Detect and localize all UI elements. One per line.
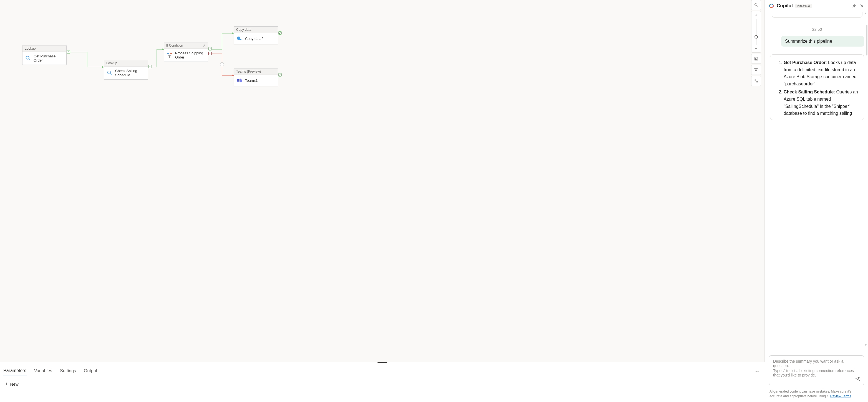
copilot-header: Copilot PREVIEW bbox=[765, 0, 868, 12]
pin-icon[interactable] bbox=[851, 3, 857, 9]
node-header: Lookup bbox=[104, 60, 148, 67]
copilot-footer: AI-generated content can have mistakes. … bbox=[765, 389, 868, 402]
node-get-purchase-order[interactable]: Lookup Get Purchase Order bbox=[22, 45, 67, 65]
input-placeholder-line1: Describe the summary you want or ask a q… bbox=[773, 359, 844, 368]
zoom-to-fit-button[interactable] bbox=[751, 54, 761, 64]
svg-rect-15 bbox=[755, 58, 757, 59]
node-type: Copy data bbox=[236, 28, 251, 32]
node-type: If Condition bbox=[166, 43, 183, 47]
status-success-icon: ✓ bbox=[278, 73, 282, 76]
node-header: Teams (Preview) bbox=[234, 68, 278, 75]
pipeline-canvas[interactable]: Lookup Get Purchase Order ✓ Lookup Check… bbox=[0, 0, 765, 362]
node-label: Copy data2 bbox=[245, 37, 264, 41]
node-type: Lookup bbox=[25, 46, 35, 51]
svg-rect-18 bbox=[755, 70, 756, 71]
lookup-icon bbox=[25, 55, 31, 62]
tab-variables[interactable]: Variables bbox=[34, 367, 53, 375]
tab-output[interactable]: Output bbox=[83, 367, 98, 375]
svg-point-5 bbox=[170, 53, 172, 55]
review-terms-link[interactable]: Review Terms bbox=[830, 394, 851, 398]
scrollbar-thumb[interactable] bbox=[866, 25, 867, 56]
teams-icon: T bbox=[236, 77, 243, 84]
node-header: Lookup bbox=[23, 45, 66, 52]
close-icon[interactable] bbox=[859, 3, 865, 9]
tab-settings[interactable]: Settings bbox=[59, 367, 76, 375]
if-condition-icon bbox=[166, 52, 173, 59]
canvas-toolbar: + − bbox=[751, 0, 761, 86]
svg-point-4 bbox=[167, 53, 169, 55]
response-item-title: Get Purchase Order bbox=[784, 60, 826, 65]
connectors bbox=[0, 0, 765, 362]
copilot-logo-icon bbox=[768, 3, 774, 9]
svg-rect-11 bbox=[240, 80, 242, 82]
chat-timestamp: 22:50 bbox=[770, 27, 864, 32]
svg-line-1 bbox=[29, 59, 30, 60]
response-item: Get Purchase Order: Looks up data from a… bbox=[784, 59, 860, 87]
bottom-tabbar: Parameters Variables Settings Output ︿ bbox=[0, 365, 765, 377]
node-teams1[interactable]: Teams (Preview) T Teams1 bbox=[234, 68, 278, 86]
status-fail-icon: ✕ bbox=[208, 52, 212, 55]
copilot-input[interactable]: Describe the summary you want or ask a q… bbox=[769, 356, 864, 386]
zoom-out-button[interactable]: − bbox=[755, 46, 757, 51]
add-branch-icon[interactable]: + bbox=[220, 62, 224, 66]
svg-point-12 bbox=[755, 4, 757, 6]
zoom-in-button[interactable]: + bbox=[755, 13, 757, 18]
node-label: Get Purchase Order bbox=[34, 54, 64, 62]
preview-badge: PREVIEW bbox=[795, 4, 812, 8]
node-label: Teams1 bbox=[245, 78, 258, 82]
assistant-message: Get Purchase Order: Looks up data from a… bbox=[770, 54, 864, 120]
node-label: Check Sailing Schedule bbox=[115, 69, 146, 77]
lookup-icon bbox=[106, 70, 113, 76]
svg-rect-14 bbox=[755, 57, 758, 61]
response-item-title: Check Sailing Schedule bbox=[784, 90, 834, 94]
svg-rect-17 bbox=[756, 68, 757, 69]
node-copy-data2[interactable]: Copy data Copy data2 bbox=[234, 26, 278, 44]
svg-line-3 bbox=[110, 73, 112, 75]
auto-align-button[interactable] bbox=[751, 65, 761, 75]
user-message: Summarize this pipeline bbox=[781, 36, 864, 46]
status-success-icon: ✓ bbox=[278, 31, 282, 35]
status-success-icon: ✓ bbox=[149, 65, 152, 68]
zoom-slider[interactable]: + − bbox=[751, 11, 761, 53]
svg-point-0 bbox=[26, 56, 29, 59]
svg-line-13 bbox=[757, 5, 757, 6]
copy-data-icon bbox=[236, 35, 243, 42]
copilot-panel: Copilot PREVIEW 22:50 Summarize this pip… bbox=[765, 0, 868, 402]
svg-point-20 bbox=[773, 6, 774, 7]
copilot-chat: 22:50 Summarize this pipeline Get Purcha… bbox=[765, 12, 868, 351]
node-process-shipping-order[interactable]: If Condition ⤢ Process Shipping Order bbox=[164, 42, 208, 62]
node-header: If Condition ⤢ bbox=[164, 42, 208, 49]
status-success-icon: ✓ bbox=[67, 50, 70, 54]
send-icon[interactable] bbox=[855, 376, 861, 382]
panel-drag-handle[interactable] bbox=[377, 362, 388, 363]
expand-icon[interactable]: ⤢ bbox=[203, 43, 206, 47]
response-item: Check Sailing Schedule: Queries an Azure… bbox=[784, 89, 860, 117]
svg-point-10 bbox=[240, 79, 242, 80]
node-label: Process Shipping Order bbox=[175, 51, 206, 59]
new-label: New bbox=[10, 382, 19, 387]
node-header: Copy data bbox=[234, 27, 278, 33]
node-type: Lookup bbox=[106, 61, 117, 65]
svg-point-2 bbox=[108, 71, 111, 74]
svg-text:T: T bbox=[238, 79, 239, 82]
search-button[interactable] bbox=[751, 0, 761, 10]
node-check-sailing-schedule[interactable]: Lookup Check Sailing Schedule bbox=[104, 60, 148, 79]
status-success-icon: ✓ bbox=[208, 47, 212, 51]
svg-point-6 bbox=[169, 56, 170, 58]
fullscreen-button[interactable] bbox=[751, 76, 761, 86]
workspace: Lookup Get Purchase Order ✓ Lookup Check… bbox=[0, 0, 765, 402]
tab-parameters[interactable]: Parameters bbox=[3, 367, 27, 375]
collapse-panel-button[interactable]: ︿ bbox=[752, 367, 762, 374]
new-parameter-button[interactable]: + New bbox=[0, 377, 24, 391]
plus-icon: + bbox=[5, 381, 8, 387]
copilot-input-area: Describe the summary you want or ask a q… bbox=[769, 356, 864, 386]
svg-point-19 bbox=[770, 4, 771, 5]
copilot-title: Copilot bbox=[777, 3, 793, 9]
node-type: Teams (Preview) bbox=[236, 70, 261, 73]
previous-message-edge bbox=[772, 12, 863, 18]
zoom-thumb[interactable] bbox=[754, 35, 758, 38]
svg-rect-16 bbox=[754, 68, 755, 69]
bottom-panel: Parameters Variables Settings Output ︿ +… bbox=[0, 362, 765, 402]
input-placeholder-line2: Type '/' to list all existing connection… bbox=[773, 368, 860, 377]
